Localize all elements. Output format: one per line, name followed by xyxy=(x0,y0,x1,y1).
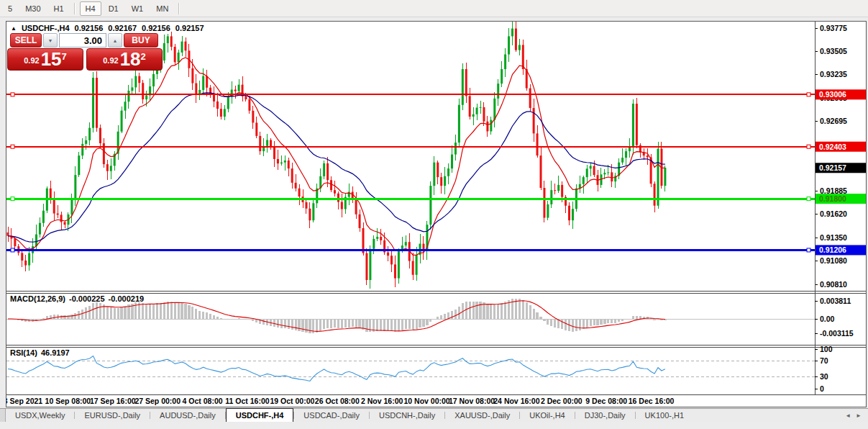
svg-text:0.91620: 0.91620 xyxy=(820,209,847,218)
svg-text:2 Dec 00:00: 2 Dec 00:00 xyxy=(541,397,583,405)
svg-text:26 Oct 08:00: 26 Oct 08:00 xyxy=(315,397,360,405)
tab-uk100-h1[interactable]: UK100-,H1 xyxy=(636,409,693,422)
buy-price-prefix: 0.92 xyxy=(103,56,118,65)
collapse-icon[interactable]: ▲ xyxy=(11,25,17,32)
tab-scroll-left-icon[interactable]: ◄ xyxy=(845,412,851,419)
svg-text:0.90810: 0.90810 xyxy=(820,280,847,289)
buy-price-tile[interactable]: 0.92 18 2 xyxy=(86,48,163,71)
svg-text:100: 100 xyxy=(820,345,833,353)
timeframe-button-w1[interactable]: W1 xyxy=(126,1,150,16)
sell-price-sup: 7 xyxy=(62,51,67,62)
buy-button[interactable]: BUY xyxy=(124,33,158,48)
rsi-value: 46.9197 xyxy=(41,348,70,357)
horizontal-levels-layer[interactable] xyxy=(6,93,815,252)
tab-usdx-weekly[interactable]: USDX,Weekly xyxy=(6,409,74,422)
tab-usdcad-daily[interactable]: USDCAD-,Daily xyxy=(294,409,369,422)
tab-ukoil-h4[interactable]: UKOil-,H4 xyxy=(520,409,575,422)
sell-price-big: 15 xyxy=(41,50,62,68)
svg-text:0.93775: 0.93775 xyxy=(820,24,847,32)
chart-tabs-bar: USDX,WeeklyEURUSD-,DailyAUDUSD-,DailyUSD… xyxy=(0,408,868,422)
svg-text:0.93006: 0.93006 xyxy=(819,90,846,99)
svg-text:10 Nov 00:00: 10 Nov 00:00 xyxy=(403,397,449,405)
volume-increase-button[interactable]: ▲ xyxy=(108,33,122,48)
tab-scroll-right-icon[interactable]: ► xyxy=(856,412,862,419)
svg-text:19 Oct 00:00: 19 Oct 00:00 xyxy=(270,397,314,405)
rsi-name: RSI(14) xyxy=(10,348,37,357)
macd-value-1: -0.000225 xyxy=(69,294,105,303)
tab-dj30-daily[interactable]: DJ30-,Daily xyxy=(575,409,635,422)
quote-line: ▲ USDCHF-,H4 0.92156 0.92167 0.92156 0.9… xyxy=(11,24,204,32)
svg-text:0.91800: 0.91800 xyxy=(819,194,846,203)
svg-text:0: 0 xyxy=(820,384,824,393)
svg-text:24 Nov 16:00: 24 Nov 16:00 xyxy=(493,397,539,405)
timeframe-button-m30[interactable]: M30 xyxy=(19,1,46,16)
svg-text:2 Nov 16:00: 2 Nov 16:00 xyxy=(361,397,403,405)
volume-input[interactable] xyxy=(59,33,106,48)
svg-text:30: 30 xyxy=(820,372,828,381)
quote-close: 0.92157 xyxy=(175,24,204,32)
trade-price-tiles: 0.92 15 7 0.92 18 2 xyxy=(7,48,163,71)
svg-text:0.91206: 0.91206 xyxy=(819,245,846,254)
svg-text:0.92157: 0.92157 xyxy=(819,163,846,172)
price-badges-layer: 0.930060.924030.918000.912060.92157 xyxy=(816,89,866,255)
svg-text:4 Oct 08:00: 4 Oct 08:00 xyxy=(183,397,223,405)
svg-text:9 Dec 08:00: 9 Dec 08:00 xyxy=(585,397,627,405)
svg-text:0.003811: 0.003811 xyxy=(820,297,851,305)
svg-text:17 Nov 08:00: 17 Nov 08:00 xyxy=(449,397,495,405)
macd-value-2: -0.000219 xyxy=(109,294,145,303)
timeframe-button-h1[interactable]: H1 xyxy=(48,1,70,16)
svg-text:70: 70 xyxy=(820,356,828,365)
tab-scroll-buttons: ◄► xyxy=(845,409,868,422)
sell-price-prefix: 0.92 xyxy=(24,56,39,65)
status-strip xyxy=(0,422,868,429)
trade-controls-row: SELL ▼ ▲ BUY xyxy=(10,33,158,48)
svg-text:0.92695: 0.92695 xyxy=(820,117,847,125)
quote-high: 0.92167 xyxy=(108,24,137,32)
timeframe-button-5[interactable]: 5 xyxy=(2,1,18,16)
svg-text:3 Sep 2021: 3 Sep 2021 xyxy=(6,397,42,405)
chart-canvas[interactable]: 0.937750.935050.932350.929650.926950.918… xyxy=(6,22,866,407)
rsi-label: RSI(14)46.9197 xyxy=(10,348,73,357)
svg-text:0.93505: 0.93505 xyxy=(820,47,847,55)
tab-xauusd-daily[interactable]: XAUUSD-,Daily xyxy=(445,409,519,422)
one-click-trading-panel: SELL ▼ ▲ BUY 0.92 15 7 0.92 18 2 xyxy=(7,33,165,72)
svg-text:0.92403: 0.92403 xyxy=(819,143,846,151)
chart-window: 0.937750.935050.932350.929650.926950.918… xyxy=(6,21,867,407)
triangle-down-icon: ▼ xyxy=(48,38,53,43)
triangle-up-icon: ▲ xyxy=(113,38,118,43)
timeframe-button-h4[interactable]: H4 xyxy=(80,1,101,16)
quote-symbol: USDCHF-,H4 xyxy=(22,24,70,32)
svg-text:0.93235: 0.93235 xyxy=(820,70,847,78)
timeframe-button-mn[interactable]: MN xyxy=(150,1,174,16)
macd-label: MACD(12,26,9)-0.000225-0.000219 xyxy=(10,294,147,303)
toolbar-separator xyxy=(178,3,180,14)
svg-text:16 Dec 16:00: 16 Dec 16:00 xyxy=(629,397,675,405)
svg-text:0.91350: 0.91350 xyxy=(820,233,847,242)
quote-open: 0.92156 xyxy=(75,24,104,32)
tab-usdchf-h4[interactable]: USDCHF-,H4 xyxy=(226,408,294,422)
tab-eurusd-daily[interactable]: EURUSD-,Daily xyxy=(75,409,150,422)
tab-audusd-daily[interactable]: AUDUSD-,Daily xyxy=(150,409,225,422)
volume-decrease-button[interactable]: ▼ xyxy=(43,33,58,48)
toolbar-separator xyxy=(74,3,76,14)
svg-text:27 Sep 00:00: 27 Sep 00:00 xyxy=(134,397,181,405)
sell-button[interactable]: SELL xyxy=(10,33,42,48)
tab-usdcnh-daily[interactable]: USDCNH-,Daily xyxy=(370,409,444,422)
moving-averages-layer xyxy=(8,58,665,255)
svg-text:0.00: 0.00 xyxy=(820,315,835,323)
timeframe-button-d1[interactable]: D1 xyxy=(103,1,124,16)
svg-text:0.91080: 0.91080 xyxy=(820,256,847,265)
tabbar-stub xyxy=(0,409,6,422)
svg-text:10 Sep 08:00: 10 Sep 08:00 xyxy=(45,397,91,405)
macd-name: MACD(12,26,9) xyxy=(10,294,65,303)
svg-text:-0.003115: -0.003115 xyxy=(820,329,854,338)
quote-low: 0.92156 xyxy=(142,24,170,32)
svg-text:17 Sep 16:00: 17 Sep 16:00 xyxy=(90,397,136,405)
timeframe-toolbar: 5M30H1H4D1W1MN xyxy=(0,0,868,17)
buy-price-big: 18 xyxy=(120,50,141,68)
buy-price-sup: 2 xyxy=(141,51,146,62)
sell-price-tile[interactable]: 0.92 15 7 xyxy=(7,48,83,71)
svg-text:11 Oct 16:00: 11 Oct 16:00 xyxy=(225,397,269,405)
